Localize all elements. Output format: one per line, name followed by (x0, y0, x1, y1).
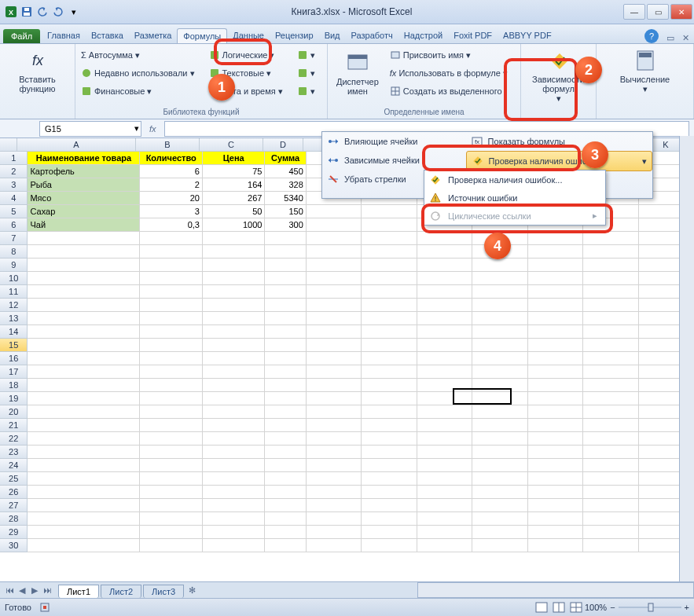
cell[interactable] (140, 272, 203, 285)
cell[interactable] (307, 446, 362, 459)
cell[interactable] (583, 472, 638, 486)
cell[interactable] (472, 499, 527, 512)
cell[interactable] (307, 285, 362, 299)
cell[interactable] (307, 245, 362, 258)
cell[interactable] (528, 365, 583, 379)
cell[interactable]: Количество (140, 152, 203, 165)
vertical-scrollbar[interactable] (679, 136, 694, 583)
logical-button[interactable]: Логические▾ (207, 46, 285, 64)
cell[interactable]: 50 (203, 205, 266, 218)
cell[interactable]: Сумма (265, 152, 306, 165)
cell[interactable] (265, 432, 306, 446)
cell[interactable] (417, 432, 472, 446)
cell[interactable] (140, 339, 203, 352)
cell[interactable] (140, 352, 203, 365)
cell[interactable] (417, 285, 472, 299)
tab-разработч[interactable]: Разработч (346, 28, 398, 43)
ribbon-close-icon[interactable]: ✕ (677, 33, 694, 43)
cell[interactable] (28, 245, 140, 258)
sheet-tab[interactable]: Лист1 (58, 585, 99, 598)
cell[interactable] (417, 472, 472, 486)
cell[interactable] (28, 285, 140, 299)
cell[interactable] (307, 339, 362, 352)
cell[interactable]: Сахар (28, 205, 140, 218)
cell[interactable] (583, 459, 638, 472)
cell[interactable] (583, 419, 638, 432)
save-icon[interactable] (20, 6, 33, 18)
calculation-button[interactable]: Вычисление▾ (600, 46, 689, 95)
cell[interactable] (472, 526, 527, 539)
tab-вид[interactable]: Вид (319, 28, 346, 43)
cell[interactable] (362, 352, 417, 365)
cell[interactable] (140, 459, 203, 472)
cell[interactable] (307, 352, 362, 365)
cell[interactable] (417, 512, 472, 526)
cell[interactable] (203, 405, 266, 419)
cell[interactable] (362, 365, 417, 379)
tab-file[interactable]: Файл (3, 29, 40, 43)
trace-dependents[interactable]: Зависимые ячейки (322, 151, 466, 170)
row-header[interactable]: 13 (0, 312, 28, 325)
insert-function-button[interactable]: fx Вставить функцию (4, 46, 71, 95)
cell[interactable] (28, 459, 140, 472)
sheet-tab[interactable]: Лист2 (101, 585, 141, 598)
cell[interactable] (307, 325, 362, 339)
cell[interactable] (28, 486, 140, 499)
row-header[interactable]: 6 (0, 218, 28, 232)
cell[interactable] (28, 365, 140, 379)
cell[interactable] (140, 312, 203, 325)
cell[interactable] (528, 312, 583, 325)
tab-foxit pdf[interactable]: Foxit PDF (448, 28, 498, 43)
cell[interactable]: 267 (203, 192, 266, 205)
cell[interactable] (203, 379, 266, 392)
row-header[interactable]: 15 (0, 339, 28, 352)
cell[interactable] (417, 539, 472, 552)
cell[interactable] (362, 392, 417, 405)
cell[interactable] (583, 325, 638, 339)
show-formulas[interactable]: fxПоказать формулы (466, 132, 652, 151)
cell[interactable] (140, 258, 203, 272)
cell[interactable] (528, 472, 583, 486)
cell[interactable] (140, 365, 203, 379)
cell[interactable] (417, 312, 472, 325)
cell[interactable] (307, 232, 362, 245)
cell[interactable] (265, 258, 306, 272)
row-header[interactable]: 21 (0, 419, 28, 432)
row-header[interactable]: 26 (0, 486, 28, 499)
cell[interactable] (140, 526, 203, 539)
row-header[interactable]: 11 (0, 285, 28, 299)
cell[interactable] (307, 312, 362, 325)
cell[interactable]: Цена (203, 152, 266, 165)
cell[interactable] (28, 232, 140, 245)
cell[interactable] (417, 299, 472, 312)
zoom-in-icon[interactable]: + (685, 603, 689, 612)
row-header[interactable]: 10 (0, 272, 28, 285)
cell[interactable] (28, 539, 140, 552)
cell[interactable] (203, 312, 266, 325)
cell[interactable]: 75 (203, 165, 266, 178)
cell[interactable] (265, 459, 306, 472)
row-header[interactable]: 22 (0, 432, 28, 446)
view-layout-icon[interactable] (550, 602, 567, 613)
cell[interactable] (307, 365, 362, 379)
undo-icon[interactable] (36, 6, 49, 18)
cell[interactable] (472, 365, 527, 379)
row-header[interactable]: 12 (0, 299, 28, 312)
cell[interactable] (417, 245, 472, 258)
cell[interactable] (203, 499, 266, 512)
cell[interactable] (265, 352, 306, 365)
cell[interactable] (265, 539, 306, 552)
recent-button[interactable]: Недавно использовали▾ (79, 64, 196, 82)
cell[interactable] (203, 352, 266, 365)
row-header[interactable]: 3 (0, 178, 28, 192)
cell[interactable] (417, 232, 472, 245)
cell[interactable]: 2 (140, 178, 203, 192)
financial-button[interactable]: Финансовые▾ (79, 82, 196, 100)
cell[interactable] (140, 499, 203, 512)
cell[interactable] (528, 459, 583, 472)
cell[interactable]: Картофель (28, 165, 140, 178)
autosum-button[interactable]: ΣАвтосумма▾ (79, 46, 196, 64)
cell[interactable] (28, 339, 140, 352)
cell[interactable] (203, 272, 266, 285)
cell[interactable] (583, 392, 638, 405)
